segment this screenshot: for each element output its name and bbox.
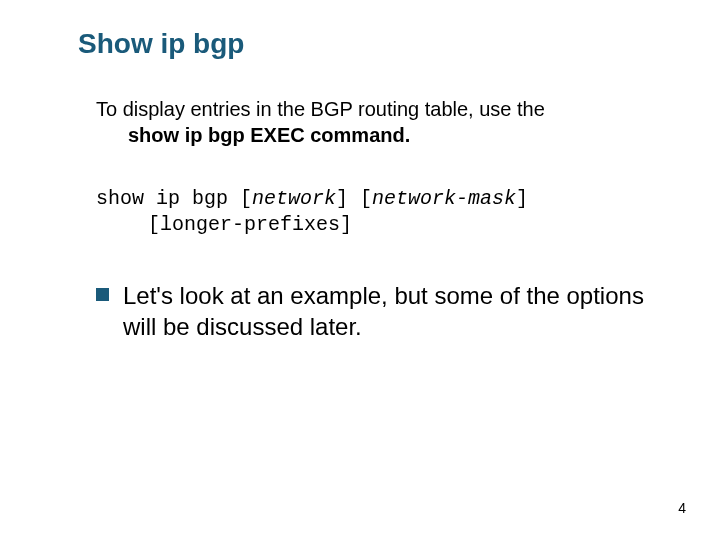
square-bullet-icon <box>96 288 109 301</box>
bullet-item: Let's look at an example, but some of th… <box>0 280 720 342</box>
syntax-part1: show ip bgp [ <box>96 187 252 210</box>
syntax-longer-prefixes: longer-prefixes <box>160 213 340 236</box>
bullet-text: Let's look at an example, but some of th… <box>123 280 660 342</box>
intro-line1: To display entries in the BGP routing ta… <box>96 98 545 120</box>
syntax-part3: ] <box>516 187 528 210</box>
intro-line2-bold: show ip bgp EXEC command. <box>96 122 660 148</box>
syntax-indent-p2: ] <box>340 213 352 236</box>
syntax-network-mask: network-mask <box>372 187 516 210</box>
syntax-indent-p1: [ <box>148 213 160 236</box>
syntax-network: network <box>252 187 336 210</box>
intro-paragraph: To display entries in the BGP routing ta… <box>0 96 720 148</box>
slide-title: Show ip bgp <box>0 28 720 60</box>
syntax-indent: [longer-prefixes] <box>96 212 660 238</box>
page-number: 4 <box>678 500 686 516</box>
syntax-block: show ip bgp [network] [network-mask] [lo… <box>0 186 720 238</box>
syntax-part2: ] [ <box>336 187 372 210</box>
